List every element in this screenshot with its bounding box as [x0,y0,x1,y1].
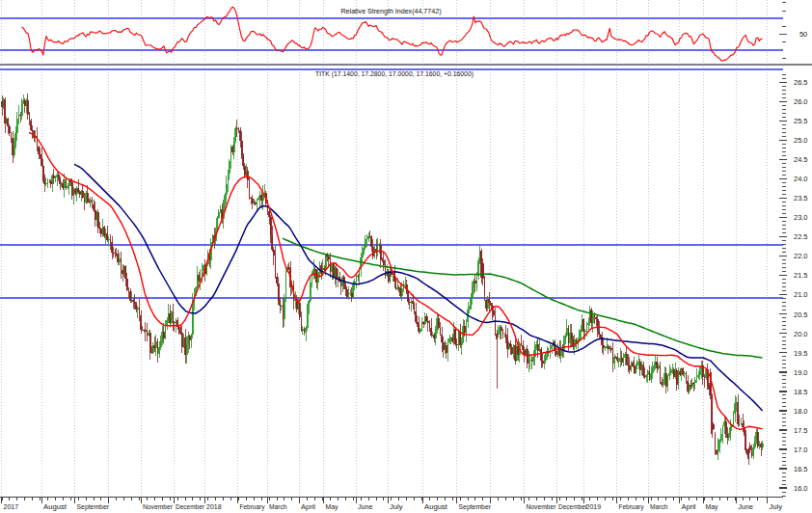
svg-text:21.5: 21.5 [794,271,807,280]
svg-text:22.5: 22.5 [794,232,807,241]
svg-text:April: April [682,502,696,511]
svg-text:TITK (17.1400, 17.2800, 17.000: TITK (17.1400, 17.2800, 17.0000, 17.1600… [315,69,474,78]
svg-text:16.0: 16.0 [794,484,807,493]
svg-text:50: 50 [799,30,807,39]
svg-text:December: December [558,502,587,511]
svg-text:March: March [269,502,287,511]
svg-text:16.5: 16.5 [794,465,807,473]
svg-text:May: May [326,502,338,511]
svg-text:17.0: 17.0 [794,446,807,454]
svg-text:November: November [143,502,173,511]
svg-text:26.0: 26.0 [794,97,807,106]
svg-text:December: December [176,502,204,511]
svg-text:23.5: 23.5 [794,194,807,202]
svg-text:Relative Strength Index(44.774: Relative Strength Index(44.7742) [341,7,442,15]
svg-text:26.5: 26.5 [794,78,807,87]
svg-text:June: June [739,502,754,511]
svg-text:August: August [43,502,68,511]
svg-text:22.0: 22.0 [794,252,807,260]
svg-text:February: February [619,502,644,511]
svg-text:2018: 2018 [206,502,222,511]
svg-text:February: February [240,502,265,511]
svg-text:2019: 2019 [586,502,602,511]
svg-text:19.5: 19.5 [794,349,807,358]
svg-text:20.5: 20.5 [794,310,807,319]
svg-text:July: July [390,502,403,511]
svg-text:17.5: 17.5 [794,426,807,435]
svg-text:November: November [527,502,556,511]
svg-text:21.0: 21.0 [794,290,807,299]
svg-text:25.5: 25.5 [794,117,807,125]
svg-text:18.5: 18.5 [794,388,807,396]
svg-text:September: September [459,502,492,511]
svg-text:20.0: 20.0 [794,330,807,338]
svg-text:18.0: 18.0 [794,407,807,416]
svg-text:May: May [706,502,718,511]
svg-text:24.5: 24.5 [794,155,807,164]
svg-text:2017: 2017 [4,502,19,511]
svg-text:September: September [77,502,110,511]
svg-text:25.0: 25.0 [794,136,807,145]
svg-text:19.0: 19.0 [794,368,807,377]
svg-text:August: August [424,502,448,511]
svg-text:July: July [770,502,783,511]
svg-text:June: June [358,502,373,511]
svg-text:March: March [650,502,668,511]
svg-text:April: April [301,502,315,511]
svg-text:23.0: 23.0 [794,213,807,222]
svg-text:24.0: 24.0 [794,175,807,183]
